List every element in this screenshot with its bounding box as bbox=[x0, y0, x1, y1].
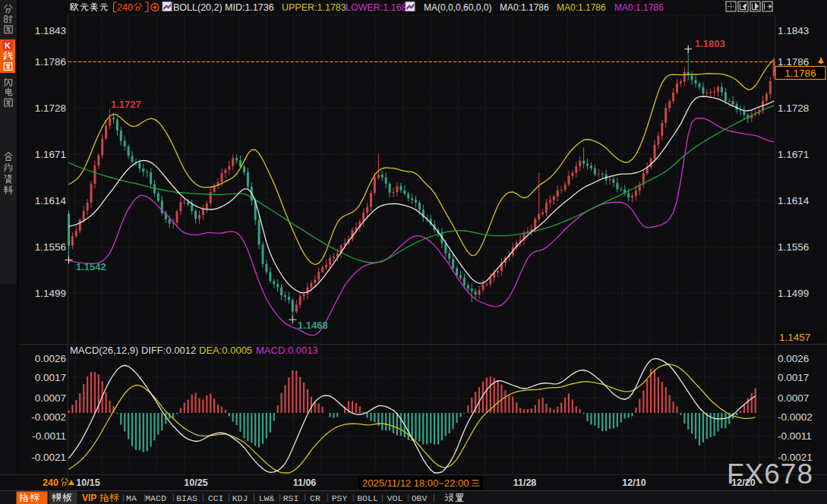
svg-text:MID:1.1736: MID:1.1736 bbox=[225, 2, 274, 13]
svg-text:1.1614: 1.1614 bbox=[35, 195, 67, 206]
svg-text:DEA:0.0005: DEA:0.0005 bbox=[199, 345, 252, 356]
svg-text:CR: CR bbox=[310, 493, 320, 503]
svg-text:-0.0011: -0.0011 bbox=[778, 430, 812, 442]
svg-text:VIP: VIP bbox=[82, 493, 96, 503]
svg-text:1.1457: 1.1457 bbox=[779, 332, 810, 343]
svg-text:|: | bbox=[228, 493, 230, 502]
svg-text:1.1843: 1.1843 bbox=[778, 25, 809, 36]
svg-text:PSY: PSY bbox=[332, 493, 348, 503]
svg-text:|: | bbox=[144, 493, 146, 502]
svg-text:MACD(26,12,9) DIFF:0.0012: MACD(26,12,9) DIFF:0.0012 bbox=[70, 345, 196, 356]
svg-text:BIAS: BIAS bbox=[176, 493, 197, 503]
svg-text:0.0026: 0.0026 bbox=[778, 353, 809, 364]
svg-text:|: | bbox=[172, 493, 175, 502]
svg-text:10/25: 10/25 bbox=[184, 477, 207, 488]
svg-text:|: | bbox=[304, 493, 306, 502]
svg-text:-0.0002: -0.0002 bbox=[31, 411, 66, 423]
svg-text:CCI: CCI bbox=[208, 493, 224, 503]
svg-text:BOLL: BOLL bbox=[357, 493, 378, 503]
svg-text:1.1556: 1.1556 bbox=[778, 241, 809, 253]
svg-text:LW&: LW& bbox=[259, 493, 275, 503]
svg-text:12/10: 12/10 bbox=[622, 477, 646, 488]
svg-text:11/28: 11/28 bbox=[513, 477, 537, 488]
svg-text:1.1468: 1.1468 bbox=[298, 320, 328, 331]
svg-text:1.1728: 1.1728 bbox=[778, 102, 809, 114]
svg-text:|: | bbox=[433, 493, 435, 502]
svg-text:RSI: RSI bbox=[283, 493, 299, 503]
svg-text:0.0026: 0.0026 bbox=[35, 353, 66, 364]
svg-text:1.1803: 1.1803 bbox=[695, 38, 725, 49]
svg-text:|: | bbox=[202, 493, 204, 502]
svg-text:240: 240 bbox=[117, 2, 133, 13]
svg-text:UPPER:1.1783: UPPER:1.1783 bbox=[282, 2, 346, 13]
svg-text:0.0007: 0.0007 bbox=[35, 392, 66, 404]
svg-text:OBV: OBV bbox=[412, 493, 428, 503]
svg-text:MACD: MACD bbox=[145, 493, 166, 503]
svg-text:K: K bbox=[5, 41, 11, 50]
svg-text:MACD:0.0013: MACD:0.0013 bbox=[256, 345, 318, 356]
svg-text:0.0007: 0.0007 bbox=[778, 392, 809, 404]
svg-text:-0.0021: -0.0021 bbox=[31, 452, 66, 463]
svg-text:1.1671: 1.1671 bbox=[35, 149, 66, 160]
svg-text:|: | bbox=[279, 493, 281, 502]
svg-text:MA: MA bbox=[126, 493, 137, 503]
svg-text:|: | bbox=[122, 493, 125, 502]
svg-text:1.1843: 1.1843 bbox=[35, 25, 66, 36]
svg-text:2025/11/12 18:00~22:00: 2025/11/12 18:00~22:00 bbox=[362, 477, 469, 489]
svg-text:240: 240 bbox=[43, 477, 58, 488]
svg-text:|: | bbox=[407, 493, 409, 502]
svg-text:1.1542: 1.1542 bbox=[76, 261, 106, 272]
svg-text:1.1671: 1.1671 bbox=[778, 149, 809, 160]
svg-text:VOL: VOL bbox=[387, 493, 403, 503]
svg-text:1.1614: 1.1614 bbox=[778, 195, 810, 206]
svg-text:1.1728: 1.1728 bbox=[35, 102, 66, 114]
svg-text:-0.0011: -0.0011 bbox=[32, 430, 66, 442]
svg-text:|: | bbox=[253, 493, 255, 502]
svg-text:1.1499: 1.1499 bbox=[778, 288, 809, 299]
svg-text:|: | bbox=[381, 493, 384, 502]
svg-text:1.1786: 1.1786 bbox=[784, 68, 816, 79]
svg-text:1.1786: 1.1786 bbox=[778, 56, 809, 68]
svg-text:MA0:1.1786: MA0:1.1786 bbox=[557, 2, 606, 13]
svg-text:MA(0,0,0,60,0,0): MA(0,0,0,60,0,0) bbox=[424, 2, 491, 13]
svg-text:LOWER:1.1688: LOWER:1.1688 bbox=[346, 2, 412, 13]
svg-text:MA0:1.1786: MA0:1.1786 bbox=[500, 2, 549, 13]
svg-text:0.0017: 0.0017 bbox=[35, 372, 66, 383]
svg-text:KDJ: KDJ bbox=[232, 493, 248, 503]
svg-text:MA0:1.1786: MA0:1.1786 bbox=[614, 2, 664, 13]
svg-text:10/15: 10/15 bbox=[76, 477, 99, 488]
svg-text:11/06: 11/06 bbox=[293, 477, 317, 488]
svg-text:-0.0002: -0.0002 bbox=[778, 411, 813, 423]
svg-text:FX678: FX678 bbox=[727, 458, 813, 490]
svg-text:1.1556: 1.1556 bbox=[35, 241, 66, 253]
svg-text:|: | bbox=[327, 493, 329, 502]
svg-text:0.0017: 0.0017 bbox=[778, 372, 809, 383]
svg-text:BOLL(20,2): BOLL(20,2) bbox=[173, 2, 223, 13]
svg-text:1.1786: 1.1786 bbox=[35, 56, 66, 68]
svg-text:|: | bbox=[352, 493, 355, 502]
svg-text:1.1727: 1.1727 bbox=[111, 99, 141, 110]
svg-text:1.1499: 1.1499 bbox=[35, 288, 66, 299]
